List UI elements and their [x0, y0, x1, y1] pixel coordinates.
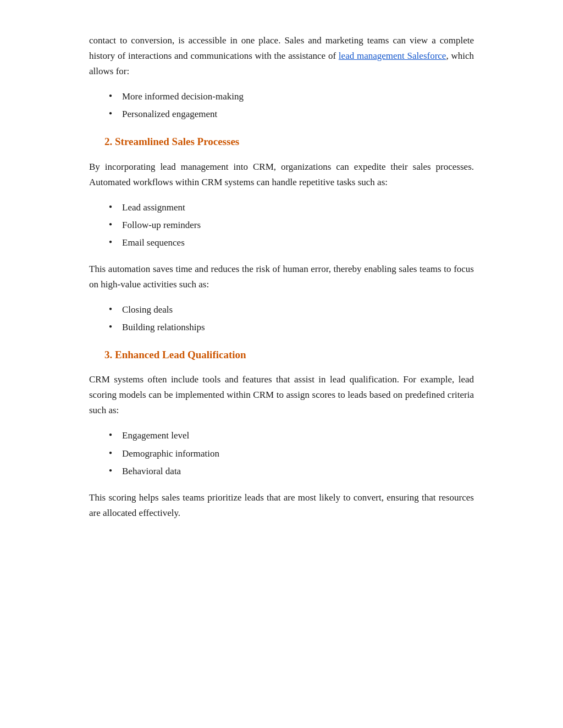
list-item: Demographic information [111, 446, 474, 462]
section2-heading-wrapper: 2. Streamlined Sales Processes [104, 133, 474, 150]
page-container: contact to conversion, is accessible in … [45, 0, 518, 575]
section2-bullet-list1: Lead assignment Follow-up reminders Emai… [111, 200, 474, 251]
intro-bullet-list: More informed decision-making Personaliz… [111, 89, 474, 122]
list-item: Email sequences [111, 235, 474, 251]
intro-paragraph: contact to conversion, is accessible in … [89, 33, 474, 79]
list-item: Follow-up reminders [111, 218, 474, 233]
section2-bullet-list2: Closing deals Building relationships [111, 302, 474, 335]
list-item: Personalized engagement [111, 107, 474, 122]
list-item: Closing deals [111, 302, 474, 318]
section3-heading: 3. Enhanced Lead Qualification [104, 346, 474, 363]
section2-body1: By incorporating lead management into CR… [89, 159, 474, 190]
list-item: Engagement level [111, 428, 474, 443]
list-item: Lead assignment [111, 200, 474, 215]
lead-management-salesforce-link[interactable]: lead management Salesforce [339, 51, 446, 61]
section3-heading-wrapper: 3. Enhanced Lead Qualification [104, 346, 474, 363]
list-item: Building relationships [111, 320, 474, 335]
section3-bullet-list: Engagement level Demographic information… [111, 428, 474, 479]
section3-body2: This scoring helps sales teams prioritiz… [89, 490, 474, 521]
list-item: Behavioral data [111, 464, 474, 479]
section3-body1: CRM systems often include tools and feat… [89, 372, 474, 418]
section2-body2: This automation saves time and reduces t… [89, 262, 474, 292]
list-item: More informed decision-making [111, 89, 474, 104]
section2-heading: 2. Streamlined Sales Processes [104, 133, 474, 150]
